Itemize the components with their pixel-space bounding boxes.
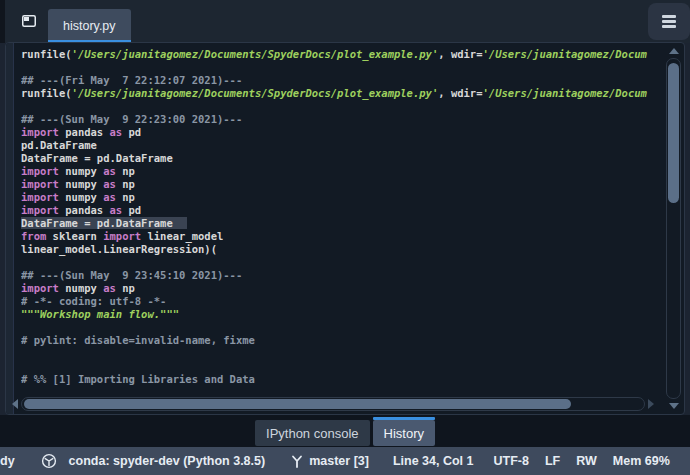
status-cursor-position: Line 34, Col 1	[393, 454, 474, 468]
code-line: from sklearn import linear_model	[21, 230, 658, 243]
pane-header: history.py	[0, 0, 690, 43]
code-line: import pandas as pd	[21, 126, 658, 139]
status-encoding: UTF-8	[494, 454, 529, 468]
horizontal-scrollbar-track[interactable]	[21, 397, 645, 411]
scrollflag-strip	[6, 43, 14, 414]
tab-history-py-label: history.py	[63, 19, 116, 33]
scroll-left-arrow-icon[interactable]	[10, 396, 20, 412]
status-git-branch[interactable]: master [3]	[309, 454, 369, 468]
panel-tab-label: History	[384, 426, 424, 441]
history-editor-pane: runfile('/Users/juanitagomez/Documents/S…	[5, 42, 685, 415]
code-line: DataFrame = pd.DataFrame	[21, 152, 658, 165]
package-cube-icon	[41, 453, 57, 469]
panel-tab-ipython-console[interactable]: IPython console	[255, 420, 370, 446]
code-line	[21, 100, 658, 113]
vertical-scrollbar-track[interactable]	[666, 58, 681, 399]
pane-icon	[22, 15, 36, 27]
pane-options-button[interactable]	[648, 3, 690, 40]
code-line: ## ---(Sun May 9 22:23:00 2021)---	[21, 113, 658, 126]
code-line: # -*- coding: utf-8 -*-	[21, 295, 658, 308]
status-eol: LF	[545, 454, 560, 468]
code-line	[21, 360, 658, 373]
horizontal-scrollbar-thumb[interactable]	[24, 399, 571, 409]
code-line: # %% [1] Importing Libraries and Data	[21, 373, 658, 386]
code-lines[interactable]: runfile('/Users/juanitagomez/Documents/S…	[21, 48, 658, 394]
status-permissions: RW	[576, 454, 597, 468]
status-memory: Mem 69%	[613, 454, 670, 468]
status-conda-env[interactable]: conda: spyder-dev (Python 3.8.5)	[69, 454, 266, 468]
status-partial-text: dy	[0, 454, 15, 468]
code-line	[21, 321, 658, 334]
code-line: import pandas as pd	[21, 204, 658, 217]
vertical-scrollbar[interactable]	[665, 45, 682, 412]
hamburger-menu-icon	[662, 15, 676, 28]
code-line: pd.DataFrame	[21, 139, 658, 152]
git-branch-icon	[291, 454, 303, 468]
code-line: # pylint: disable=invalid-name, fixme	[21, 334, 658, 347]
code-line: runfile('/Users/juanitagomez/Documents/S…	[21, 48, 658, 61]
code-line	[21, 256, 658, 269]
scroll-up-arrow-icon[interactable]	[665, 45, 682, 57]
code-line: """Workshop main flow."""	[21, 308, 658, 321]
code-line	[21, 347, 658, 360]
code-line: import numpy as np	[21, 282, 658, 295]
tab-history-py[interactable]: history.py	[48, 9, 131, 43]
code-line: ## ---(Fri May 7 22:12:07 2021)---	[21, 74, 658, 87]
panel-tab-history[interactable]: History	[373, 420, 435, 446]
panel-tab-label: IPython console	[266, 426, 359, 441]
scroll-right-arrow-icon[interactable]	[646, 396, 656, 412]
code-line	[21, 61, 658, 74]
scroll-down-arrow-icon[interactable]	[665, 400, 682, 412]
status-bar: dy conda: spyder-dev (Python 3.8.5) mast…	[0, 447, 690, 475]
code-line: DataFrame = pd.DataFrame	[21, 217, 658, 230]
vertical-scrollbar-thumb[interactable]	[668, 63, 679, 203]
panel-tabbar: IPython consoleHistory	[0, 415, 690, 447]
code-line: linear_model.LinearRegression)(	[21, 243, 658, 256]
code-line: import numpy as np	[21, 191, 658, 204]
code-line: import numpy as np	[21, 165, 658, 178]
horizontal-scrollbar[interactable]	[10, 396, 656, 412]
code-line: runfile('/Users/juanitagomez/Documents/S…	[21, 87, 658, 100]
spyder-history-pane: history.py runfile('/Users/juanitagomez/…	[0, 0, 690, 475]
code-line: import numpy as np	[21, 178, 658, 191]
code-line: ## ---(Sun May 9 23:45:10 2021)---	[21, 269, 658, 282]
